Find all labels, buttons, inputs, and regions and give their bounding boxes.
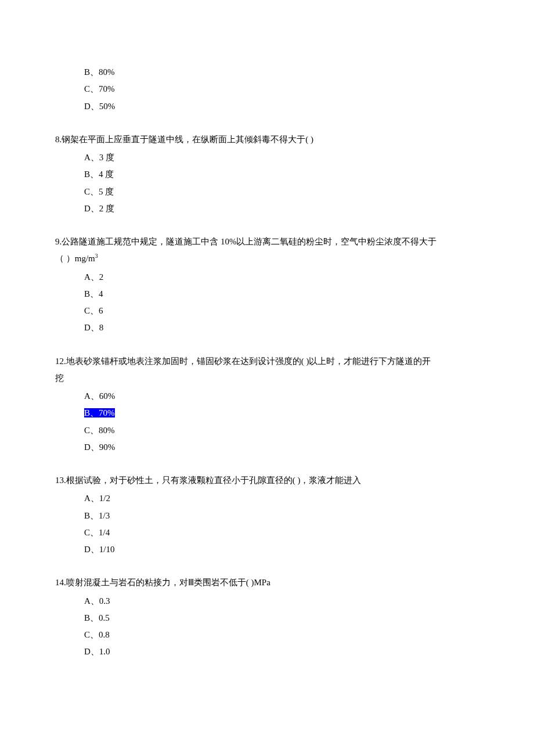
question-14-options: A、0.3 B、0.5 C、0.8 D、1.0 [55,593,479,661]
question-text: 13.根据试验，对于砂性土，只有浆液颗粒直径小于孔隙直径的( )，浆液才能进入 [55,472,479,489]
option-d: D、2 度 [84,200,479,217]
question-12: 12.地表砂浆锚杆或地表注浆加固时，锚固砂浆在达到设计强度的( )以上时，才能进… [55,353,479,387]
highlight-span: B、70% [84,408,115,417]
option-c: C、0.8 [84,627,479,643]
option-c: C、70% [84,81,479,98]
option-b: B、4 度 [84,166,479,183]
question-text-line2: （ ）mg/m3 [55,250,479,267]
option-b: B、80% [84,64,479,81]
option-c: C、80% [84,422,479,439]
option-d: D、90% [84,439,479,456]
question-12-options: A、60% B、70% C、80% D、90% [55,388,479,456]
question-text-line1: 9.公路隧道施工规范中规定，隧道施工中含 10%以上游离二氧硅的粉尘时，空气中粉… [55,233,479,250]
question-8: 8.钢架在平面上应垂直于隧道中线，在纵断面上其倾斜毒不得大于( ) [55,131,479,148]
question-text-line1: 12.地表砂浆锚杆或地表注浆加固时，锚固砂浆在达到设计强度的( )以上时，才能进… [55,353,479,370]
option-a: A、0.3 [84,593,479,610]
option-b-highlighted: B、70% [84,405,479,422]
question-14: 14.喷射混凝土与岩石的粘接力，对Ⅲ类围岩不低于( )MPa [55,574,479,591]
option-a: A、1/2 [84,490,479,507]
superscript: 3 [95,253,98,259]
option-c: C、1/4 [84,524,479,541]
question-text: 8.钢架在平面上应垂直于隧道中线，在纵断面上其倾斜毒不得大于( ) [55,131,479,148]
option-b: B、0.5 [84,610,479,627]
orphan-options-block: B、80% C、70% D、50% [55,64,479,115]
question-text: 14.喷射混凝土与岩石的粘接力，对Ⅲ类围岩不低于( )MPa [55,574,479,591]
option-d: D、8 [84,319,479,336]
option-a: A、3 度 [84,149,479,166]
unit-text: （ ）mg/m [55,254,95,263]
question-13: 13.根据试验，对于砂性土，只有浆液颗粒直径小于孔隙直径的( )，浆液才能进入 [55,472,479,489]
option-d: D、1.0 [84,643,479,660]
option-a: A、60% [84,388,479,405]
question-8-options: A、3 度 B、4 度 C、5 度 D、2 度 [55,149,479,217]
option-b: B、4 [84,286,479,303]
question-13-options: A、1/2 B、1/3 C、1/4 D、1/10 [55,490,479,558]
question-9-options: A、2 B、4 C、6 D、8 [55,269,479,337]
question-9: 9.公路隧道施工规范中规定，隧道施工中含 10%以上游离二氧硅的粉尘时，空气中粉… [55,233,479,268]
option-b: B、1/3 [84,507,479,524]
option-d: D、1/10 [84,541,479,558]
option-a: A、2 [84,269,479,286]
document-page: B、80% C、70% D、50% 8.钢架在平面上应垂直于隧道中线，在纵断面上… [0,0,534,712]
option-c: C、5 度 [84,183,479,200]
option-c: C、6 [84,303,479,319]
question-text-line2: 挖 [55,370,479,387]
option-d: D、50% [84,98,479,115]
